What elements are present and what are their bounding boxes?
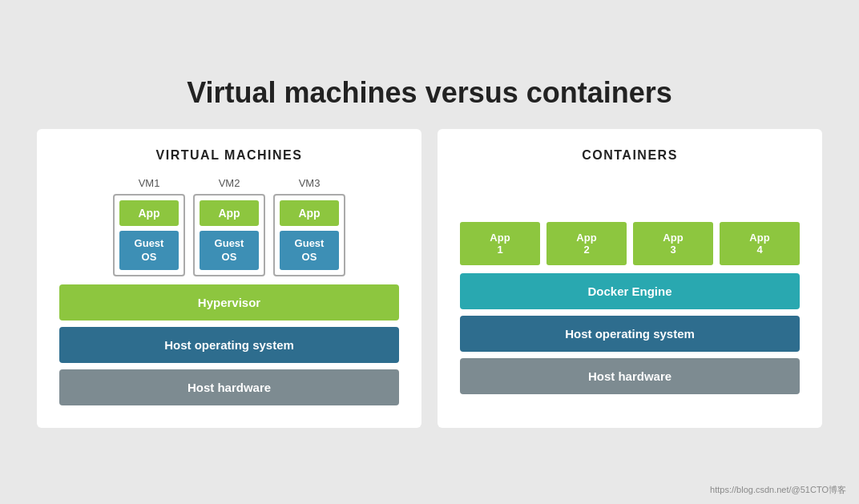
vm-column-1: VM1 App GuestOS <box>113 177 185 277</box>
containers-apps-row: App1 App2 App3 App4 <box>460 222 800 265</box>
vm1-box: App GuestOS <box>113 194 185 277</box>
container-app-3: App3 <box>633 222 713 265</box>
vm1-guestos: GuestOS <box>119 231 179 271</box>
containers-hardware-layer: Host hardware <box>460 358 800 394</box>
container-app-1: App1 <box>460 222 540 265</box>
watermark: https://blog.csdn.net/@51CTO博客 <box>710 484 846 496</box>
vm-columns-row: VM1 App GuestOS VM2 App GuestOS VM3 App <box>59 177 399 277</box>
vm2-label: VM2 <box>219 177 240 189</box>
vm3-box: App GuestOS <box>273 194 345 277</box>
vm1-label: VM1 <box>139 177 160 189</box>
vm1-app: App <box>119 200 179 226</box>
vm-hardware-layer: Host hardware <box>59 369 399 405</box>
vm3-app: App <box>280 200 339 226</box>
vm-hypervisor-layer: Hypervisor <box>59 284 399 321</box>
containers-card: CONTAINERS App1 App2 App3 App4 Docker En… <box>438 129 822 429</box>
vm2-guestos: GuestOS <box>200 231 259 271</box>
page-title: Virtual machines versus containers <box>187 76 672 110</box>
vm2-box: App GuestOS <box>193 194 265 277</box>
docker-engine-layer: Docker Engine <box>460 273 800 309</box>
vm-column-2: VM2 App GuestOS <box>193 177 265 277</box>
vm-card: VIRTUAL MACHINES VM1 App GuestOS VM2 App… <box>37 129 421 429</box>
vm3-guestos: GuestOS <box>280 231 339 271</box>
vm-column-3: VM3 App GuestOS <box>273 177 345 277</box>
vm2-app: App <box>200 200 259 226</box>
vm-hostos-layer: Host operating system <box>59 327 399 363</box>
containers-card-title: CONTAINERS <box>582 148 678 163</box>
diagrams-container: VIRTUAL MACHINES VM1 App GuestOS VM2 App… <box>37 129 822 429</box>
container-app-2: App2 <box>546 222 627 265</box>
containers-hostos-layer: Host operating system <box>460 316 800 352</box>
vm-card-title: VIRTUAL MACHINES <box>156 148 303 163</box>
container-app-4: App4 <box>720 222 800 265</box>
vm3-label: VM3 <box>299 177 321 189</box>
